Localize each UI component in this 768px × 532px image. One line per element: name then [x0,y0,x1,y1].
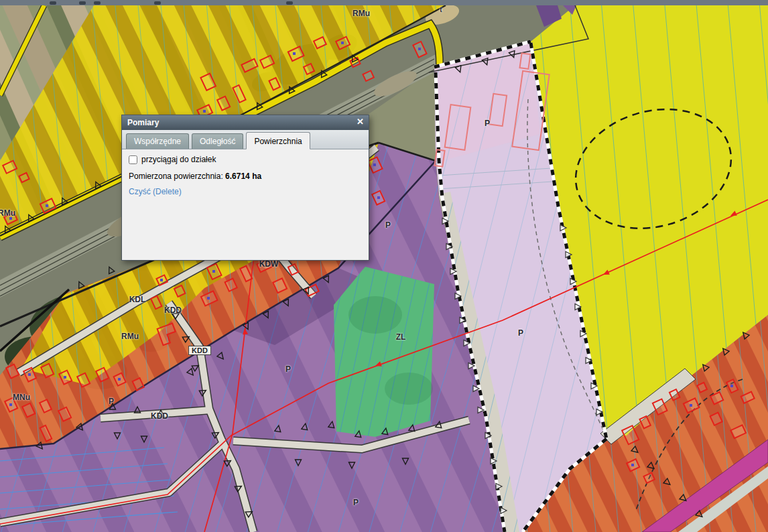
snap-checkbox[interactable] [129,155,137,164]
snap-checkbox-label: przyciągaj do działek [141,155,216,164]
toolbar-icon[interactable] [94,1,101,5]
pomiary-dialog: Pomiary ✕ Współrzędne Odległość Powierzc… [121,115,369,261]
toolbar-icon[interactable] [79,1,86,5]
measured-area-value: 6.6714 ha [225,172,261,181]
toolbar-icon[interactable] [154,1,161,5]
gis-app-screen: RMutRMuKDLKDDKDWKDDRMuMNuPKDDPPPZLPP Pom… [0,0,768,532]
map-canvas[interactable] [0,5,768,532]
zone-green-forest [334,267,434,437]
tab-wspolrzedne[interactable]: Współrzędne [126,133,189,149]
dialog-body: przyciągaj do działek Pomierzona powierz… [122,149,369,260]
tab-odleglosc[interactable]: Odległość [192,133,243,149]
clear-link[interactable]: Czyść (Delete) [129,187,182,196]
toolbar-icon[interactable] [50,1,56,5]
measured-area-row: Pomierzona powierzchnia: 6.6714 ha [129,172,362,181]
tab-powierzchnia[interactable]: Powierzchnia [246,132,310,149]
toolbar-icon[interactable] [286,1,293,5]
dialog-tab-bar: Współrzędne Odległość Powierzchnia [122,130,369,149]
dialog-titlebar[interactable]: Pomiary ✕ [122,115,369,130]
close-icon[interactable]: ✕ [357,117,364,127]
top-toolbar[interactable] [0,0,768,5]
measured-area-label: Pomierzona powierzchnia: [129,172,223,181]
dialog-title: Pomiary [127,118,159,127]
snap-checkbox-row[interactable]: przyciągaj do działek [129,155,362,164]
